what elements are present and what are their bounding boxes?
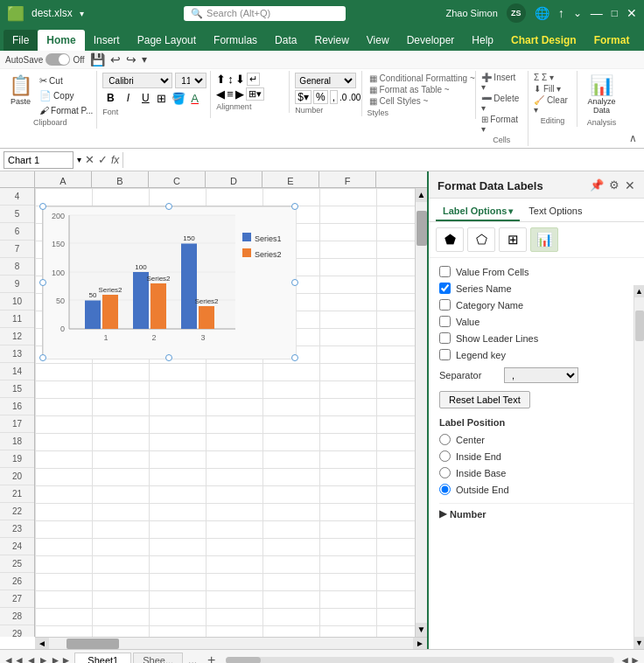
ellipsis-btn[interactable]: ...	[185, 654, 200, 664]
tab-insert[interactable]: Insert	[85, 30, 129, 51]
formula-input[interactable]	[127, 154, 640, 166]
insert-cells-btn[interactable]: ➕ Insert ▾	[481, 73, 523, 92]
size-section-icon[interactable]: ⊞	[499, 227, 527, 252]
conditional-formatting-btn[interactable]: ▦Conditional Formatting ~	[368, 73, 477, 84]
sheet-tab-1[interactable]: Sheet1	[74, 653, 131, 663]
handle-left-center[interactable]	[39, 279, 46, 286]
dec-inc-btn[interactable]: .0	[340, 93, 346, 102]
sheet-nav-next[interactable]: ►	[38, 654, 49, 664]
sheet-scroll-right[interactable]: ►	[630, 654, 640, 664]
scroll-down-btn[interactable]: ▼	[416, 623, 427, 637]
comma-btn[interactable]: ,	[330, 90, 338, 104]
sheet-scroll-thumb[interactable]	[226, 657, 261, 664]
scroll-thumb[interactable]	[416, 211, 427, 246]
format-cells-btn[interactable]: ⊞ Format ▾	[481, 115, 523, 134]
dropdown-icon[interactable]: ▾	[80, 9, 84, 18]
save-icon[interactable]: 💾	[90, 52, 105, 66]
add-sheet-btn[interactable]: +	[202, 653, 220, 664]
search-box[interactable]: 🔍 Search (Alt+Q)	[184, 6, 346, 21]
format-as-table-btn[interactable]: ▦Format as Table ~	[368, 84, 452, 95]
handle-top-left[interactable]	[39, 203, 46, 210]
tab-data[interactable]: Data	[266, 30, 305, 51]
border-btn[interactable]: ⊞	[155, 92, 168, 105]
legend-key-checkbox[interactable]	[439, 349, 451, 360]
series-name-checkbox[interactable]	[439, 283, 451, 294]
tab-file[interactable]: File	[4, 30, 38, 51]
label-section-icon[interactable]: 📊	[530, 227, 558, 252]
bold-btn[interactable]: B	[102, 90, 118, 106]
number-collapsible[interactable]: ▶ Number	[439, 503, 634, 524]
panel-tab-text-options[interactable]: Text Options	[522, 202, 589, 221]
fill-section-icon[interactable]: ⬟	[436, 227, 464, 252]
scroll-up-btn[interactable]: ▲	[416, 188, 427, 202]
font-size-select[interactable]: 11	[175, 73, 206, 88]
tab-home[interactable]: Home	[38, 30, 84, 51]
panel-scroll-thumb[interactable]	[635, 311, 644, 341]
v-scrollbar[interactable]: ▲ ▼	[415, 188, 427, 637]
panel-tab-label-options[interactable]: Label Options ▾	[436, 202, 520, 221]
align-left-btn[interactable]: ◀	[216, 87, 225, 101]
underline-btn[interactable]: U	[137, 90, 153, 106]
confirm-icon[interactable]: ✓	[98, 153, 108, 166]
scroll-right-btn[interactable]: ►	[413, 638, 427, 649]
sheet-scroll-left[interactable]: ◄	[620, 654, 630, 664]
shape-section-icon[interactable]: ⬠	[467, 227, 495, 252]
italic-btn[interactable]: I	[120, 90, 136, 106]
tab-formulas[interactable]: Formulas	[205, 30, 266, 51]
outside-end-radio[interactable]	[439, 484, 451, 495]
autosave-toggle[interactable]: AutoSave Off	[5, 53, 85, 66]
copy-btn[interactable]: 📄 Copy	[38, 89, 94, 102]
align-bottom-btn[interactable]: ⬇	[235, 73, 245, 86]
number-format-select[interactable]: General	[295, 73, 356, 88]
sheet-scroll-track[interactable]	[226, 657, 614, 664]
sheet-nav-first[interactable]: ◄◄	[4, 654, 24, 664]
value-from-cells-checkbox[interactable]	[439, 266, 451, 277]
font-family-select[interactable]: Calibri	[102, 73, 172, 88]
align-center-btn[interactable]: ≡	[227, 87, 234, 101]
tab-view[interactable]: View	[358, 30, 398, 51]
tab-help[interactable]: Help	[463, 30, 502, 51]
tab-page-layout[interactable]: Page Layout	[129, 30, 205, 51]
panel-pin-icon[interactable]: 📌	[590, 178, 604, 192]
align-right-btn[interactable]: ▶	[235, 87, 244, 101]
inside-end-radio[interactable]	[439, 450, 451, 462]
delete-cells-btn[interactable]: ➖ Delete ▾	[481, 94, 523, 113]
align-top-btn[interactable]: ⬆	[216, 73, 226, 86]
tab-format[interactable]: Format	[585, 30, 639, 51]
percent-btn[interactable]: %	[313, 90, 328, 104]
maximize-btn[interactable]: □	[612, 7, 618, 19]
align-middle-btn[interactable]: ↕	[228, 73, 234, 86]
center-radio[interactable]	[439, 434, 451, 445]
dec-dec-btn[interactable]: .00	[348, 93, 360, 102]
panel-settings-icon[interactable]: ⚙	[609, 178, 620, 192]
panel-v-scrollbar[interactable]: ▲ ▼	[634, 285, 644, 649]
reset-label-text-btn[interactable]: Reset Label Text	[439, 391, 530, 408]
tab-review[interactable]: Review	[305, 30, 357, 51]
handle-bottom-left[interactable]	[39, 354, 46, 361]
chart-container[interactable]: 200 150 100 50 0 1 2 3	[42, 206, 296, 359]
handle-top-center[interactable]	[165, 203, 172, 210]
name-box-dropdown[interactable]: ▾	[77, 155, 81, 164]
redo-btn[interactable]: ↪	[126, 52, 136, 66]
handle-top-right[interactable]	[291, 203, 298, 210]
sheet-nav-prev[interactable]: ◄	[26, 654, 37, 664]
share-icon[interactable]: ↑	[558, 6, 564, 20]
cell-styles-btn[interactable]: ▦Cell Styles ~	[368, 95, 430, 107]
h-scroll-track[interactable]	[49, 638, 413, 649]
fill-color-btn[interactable]: 🪣	[170, 92, 187, 105]
value-checkbox[interactable]	[439, 316, 451, 327]
tab-developer[interactable]: Developer	[398, 30, 464, 51]
tab-chart-design[interactable]: Chart Design	[502, 30, 585, 51]
wrap-text-btn[interactable]: ↵	[247, 73, 260, 86]
h-scrollbar[interactable]: ◄ ►	[35, 637, 427, 649]
fill-btn[interactable]: ⬇ Fill ▾	[534, 84, 561, 94]
separator-select[interactable]: , ; (New Line)	[504, 367, 578, 383]
format-painter-btn[interactable]: 🖌 Format P...	[38, 104, 94, 116]
scroll-track[interactable]	[416, 202, 427, 623]
handle-right-center[interactable]	[291, 279, 298, 286]
sheet-nav-last[interactable]: ►►	[51, 654, 72, 664]
paste-btn[interactable]: 📋 Paste	[5, 73, 36, 116]
font-color-btn[interactable]: A	[189, 92, 200, 105]
scroll-left-btn[interactable]: ◄	[35, 638, 49, 649]
sum-btn[interactable]: Σ Σ ▾	[534, 73, 554, 82]
